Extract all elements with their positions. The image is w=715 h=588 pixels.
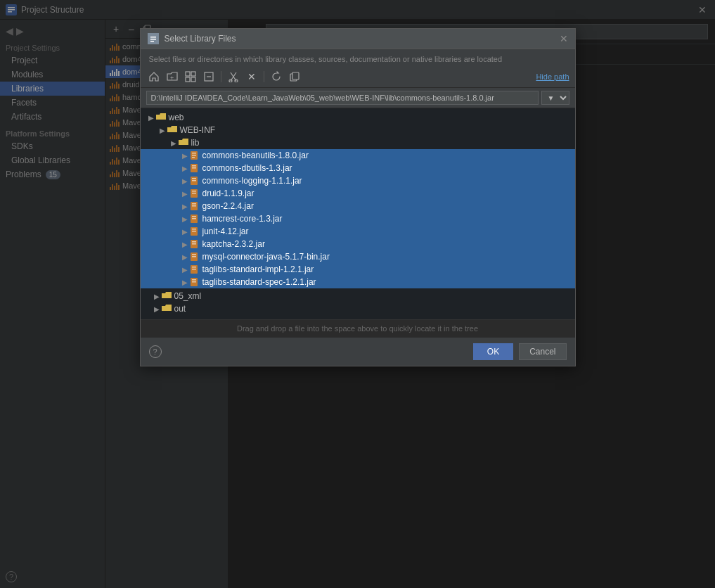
jar-arrow: ▶ bbox=[180, 152, 190, 160]
webinf-label: WEB-INF bbox=[180, 125, 216, 135]
svg-rect-110 bbox=[192, 218, 196, 219]
tree-node-taglibs-spec[interactable]: ▶ taglibs-standard-spec-1.2.1.jar bbox=[141, 276, 575, 288]
jar-label-commons-beanutils: commons-beanutils-1.8.0.jar bbox=[202, 151, 309, 160]
svg-rect-97 bbox=[192, 165, 196, 167]
svg-rect-101 bbox=[192, 180, 196, 181]
svg-rect-106 bbox=[192, 203, 196, 205]
tree-node-druid[interactable]: ▶ druid-1.1.9.jar bbox=[141, 187, 575, 200]
svg-rect-82 bbox=[186, 77, 190, 82]
dialog-title-icon bbox=[148, 33, 159, 44]
jar-icon bbox=[190, 163, 201, 173]
tree-node-out[interactable]: ▶ out bbox=[141, 302, 575, 315]
svg-rect-76 bbox=[150, 37, 156, 38]
dialog-bottom-bar: ? OK Cancel bbox=[141, 337, 575, 366]
svg-rect-107 bbox=[192, 205, 196, 207]
tree-node-commons-logging[interactable]: ▶ commons-logging-1.1.1.jar bbox=[141, 174, 575, 187]
jar-icon bbox=[190, 176, 201, 186]
svg-rect-81 bbox=[191, 72, 195, 76]
webinf-arrow: ▶ bbox=[157, 127, 167, 134]
svg-rect-94 bbox=[192, 155, 196, 156]
svg-rect-113 bbox=[192, 231, 196, 232]
cut-button[interactable] bbox=[226, 69, 241, 84]
svg-rect-116 bbox=[192, 243, 196, 245]
folder-icon-out bbox=[162, 304, 173, 314]
jar-icon bbox=[190, 201, 201, 211]
svg-rect-121 bbox=[192, 267, 196, 268]
lib-label: lib bbox=[191, 138, 200, 148]
svg-rect-109 bbox=[192, 216, 196, 217]
refresh-button[interactable] bbox=[269, 69, 284, 84]
svg-rect-125 bbox=[192, 281, 196, 283]
svg-rect-119 bbox=[192, 256, 196, 257]
svg-rect-122 bbox=[192, 269, 196, 270]
jar-icon bbox=[190, 226, 201, 236]
dialog-toolbar: + bbox=[141, 66, 575, 88]
drop-hint: Drag and drop a file into the space abov… bbox=[141, 319, 575, 337]
svg-rect-100 bbox=[192, 178, 196, 179]
tree-node-commons-beanutils[interactable]: ▶ commons-beanutils-1.8.0.jar bbox=[141, 149, 575, 162]
tree-node-lib[interactable]: ▶ lib bbox=[141, 136, 575, 149]
dialog-close-button[interactable]: ✕ bbox=[560, 33, 568, 44]
svg-rect-77 bbox=[150, 39, 156, 40]
svg-rect-124 bbox=[192, 279, 196, 281]
svg-rect-78 bbox=[150, 41, 154, 42]
dialog-overlay: Select Library Files ✕ Select files or d… bbox=[0, 0, 715, 588]
tree-node-web[interactable]: ▶ web bbox=[141, 111, 575, 124]
jar-icon bbox=[190, 252, 201, 262]
svg-rect-91 bbox=[292, 72, 299, 79]
folder-icon-05xml bbox=[162, 291, 173, 301]
dialog-title-text: Select Library Files bbox=[165, 34, 560, 44]
svg-text:+: + bbox=[170, 75, 174, 82]
toolbar-separator-2 bbox=[264, 71, 264, 82]
jar-label-gson: gson-2.2.4.jar bbox=[202, 201, 254, 211]
tree-node-webinf[interactable]: ▶ WEB-INF bbox=[141, 124, 575, 136]
jar-label-commons-dbutils: commons-dbutils-1.3.jar bbox=[202, 163, 292, 173]
jar-icon bbox=[190, 277, 201, 287]
svg-rect-93 bbox=[192, 153, 196, 154]
tree-node-mysql[interactable]: ▶ mysql-connector-java-5.1.7-bin.jar bbox=[141, 250, 575, 263]
tree-node-kaptcha[interactable]: ▶ kaptcha-2.3.2.jar bbox=[141, 238, 575, 250]
label-05xml: 05_xml bbox=[174, 291, 202, 301]
path-input[interactable] bbox=[146, 91, 539, 105]
select-library-dialog: Select Library Files ✕ Select files or d… bbox=[140, 28, 576, 366]
tree-node-junit[interactable]: ▶ junit-4.12.jar bbox=[141, 225, 575, 238]
jar-icon bbox=[190, 188, 201, 198]
dialog-cancel-button[interactable]: Cancel bbox=[519, 343, 566, 360]
jar-label-taglibs-spec: taglibs-standard-spec-1.2.1.jar bbox=[202, 277, 316, 287]
new-folder-button[interactable]: + bbox=[165, 69, 180, 84]
folder-icon-lib bbox=[179, 138, 190, 148]
dialog-ok-button[interactable]: OK bbox=[473, 343, 513, 360]
jar-label-hamcrest: hamcrest-core-1.3.jar bbox=[202, 214, 283, 224]
svg-rect-118 bbox=[192, 254, 196, 255]
svg-rect-98 bbox=[192, 167, 196, 169]
tree-node-commons-dbutils[interactable]: ▶ commons-dbutils-1.3.jar bbox=[141, 162, 575, 174]
svg-rect-83 bbox=[191, 77, 195, 82]
tree-node-hamcrest[interactable]: ▶ hamcrest-core-1.3.jar bbox=[141, 212, 575, 225]
tree-node-05xml[interactable]: ▶ 05_xml bbox=[141, 290, 575, 302]
web-arrow: ▶ bbox=[146, 114, 156, 122]
hide-path-button[interactable]: Hide path bbox=[536, 72, 569, 81]
jar-icon bbox=[190, 214, 201, 224]
copy-path-button[interactable] bbox=[287, 69, 302, 84]
lib-arrow: ▶ bbox=[169, 139, 179, 147]
jar-label-taglibs-impl: taglibs-standard-impl-1.2.1.jar bbox=[202, 264, 314, 274]
svg-rect-80 bbox=[186, 72, 190, 76]
jar-label-druid: druid-1.1.9.jar bbox=[202, 188, 255, 198]
dialog-help-icon[interactable]: ? bbox=[149, 345, 162, 358]
jar-label-junit: junit-4.12.jar bbox=[202, 226, 249, 236]
tree-node-taglibs-impl[interactable]: ▶ taglibs-standard-impl-1.2.1.jar bbox=[141, 263, 575, 276]
tree-node-gson[interactable]: ▶ gson-2.2.4.jar bbox=[141, 200, 575, 212]
svg-rect-112 bbox=[192, 229, 196, 230]
dialog-subtitle: Select files or directories in which lib… bbox=[141, 49, 575, 66]
collapse-all-button[interactable] bbox=[201, 69, 217, 84]
path-history-dropdown[interactable]: ▼ bbox=[541, 91, 569, 105]
delete-button[interactable]: ✕ bbox=[244, 69, 259, 84]
svg-rect-103 bbox=[192, 191, 196, 192]
jar-icon bbox=[190, 264, 201, 274]
expand-all-button[interactable] bbox=[183, 69, 198, 84]
folder-icon-webinf bbox=[167, 125, 179, 135]
svg-rect-104 bbox=[192, 193, 196, 194]
jar-label-mysql: mysql-connector-java-5.1.7-bin.jar bbox=[202, 252, 330, 262]
home-button[interactable] bbox=[146, 69, 162, 84]
toolbar-separator bbox=[221, 71, 221, 82]
